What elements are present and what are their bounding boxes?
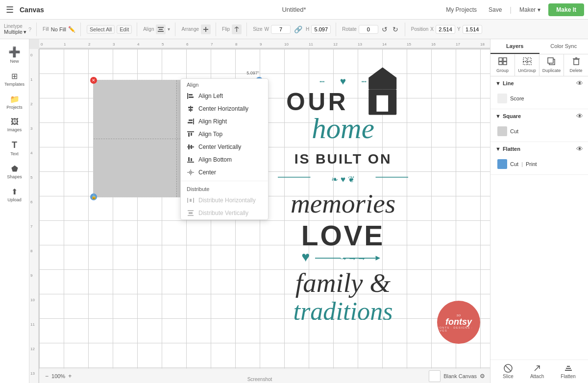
zoom-out-button[interactable]: − [44, 372, 49, 381]
svg-rect-4 [205, 27, 206, 32]
svg-rect-88 [188, 210, 194, 211]
sidebar-item-upload[interactable]: ⬆ Upload [2, 184, 27, 205]
delete-action[interactable]: Delete [564, 54, 588, 76]
svg-rect-106 [565, 370, 572, 371]
canvas-area[interactable]: 0 1 2 3 4 5 6 7 8 9 10 11 12 13 14 15 16 [29, 39, 490, 383]
maker-button[interactable]: Maker ▾ [515, 4, 544, 15]
fill-select[interactable]: No Fill [51, 26, 66, 32]
right-panel-actions: Group UnGroup Duplicate Delete [490, 54, 588, 76]
zoom-in-button[interactable]: + [67, 372, 73, 381]
rotate-cw-button[interactable]: ↻ [391, 24, 400, 35]
linetype-select[interactable]: Multiple ▾ [4, 29, 26, 35]
sidebar-item-projects[interactable]: 📁 Projects [2, 92, 27, 113]
svg-text:9: 9 [30, 273, 33, 278]
center-vertically-item[interactable]: Center Vertically [181, 141, 268, 153]
flatten-section-header[interactable]: ▼ Flatten 👁 [490, 142, 588, 156]
align-bottom-item[interactable]: Align Bottom [181, 153, 268, 166]
sidebar-item-new[interactable]: ➕ New [2, 43, 27, 67]
save-button[interactable]: Save [485, 4, 506, 15]
svg-text:❧ ♥ ❦: ❧ ♥ ❦ [331, 175, 355, 184]
flatten-layer-item[interactable]: Cut | Print [495, 158, 583, 170]
svg-marker-47 [368, 68, 396, 90]
svg-text:2: 2 [88, 42, 91, 47]
rotate-input[interactable] [359, 25, 378, 34]
align-top-item[interactable]: Align Top [181, 128, 268, 141]
svg-rect-68 [188, 107, 193, 108]
height-input[interactable] [311, 25, 331, 34]
sidebar-item-images[interactable]: 🖼 Images [2, 115, 27, 135]
svg-rect-65 [189, 94, 193, 96]
slice-button[interactable]: Slice [503, 364, 514, 379]
sidebar-item-templates[interactable]: ⊞ Templates [2, 69, 27, 90]
arrange-icon[interactable] [201, 24, 211, 34]
svg-text:6: 6 [186, 42, 189, 47]
delete-label: Delete [569, 68, 582, 73]
zoom-level: 100% [51, 373, 65, 379]
flatten-layer-thumb [497, 159, 507, 169]
align-dropdown-menu: Align Align Left Center Horizontally Ali… [180, 78, 269, 220]
make-it-button[interactable]: Make It [548, 3, 584, 16]
tab-layers[interactable]: Layers [490, 39, 539, 54]
hamburger-menu[interactable]: ☰ [4, 2, 16, 17]
svg-rect-70 [193, 119, 194, 124]
cut-layer-item[interactable]: Cut [495, 125, 583, 138]
link-dimensions-button[interactable]: 🔗 [293, 24, 304, 35]
svg-text:♥: ♥ [302, 249, 310, 264]
align-chevron[interactable]: ▾ [168, 26, 170, 32]
attach-button[interactable]: Attach [530, 364, 544, 379]
line-section-header[interactable]: ▼ Line 👁 [490, 76, 588, 90]
align-label: Align [143, 26, 154, 32]
square-section-title: ▼ Square [495, 113, 521, 119]
flatten-visibility-icon[interactable]: 👁 [576, 145, 583, 153]
svg-text:memories: memories [291, 189, 395, 218]
svg-rect-100 [548, 58, 553, 63]
align-icon[interactable] [156, 24, 166, 34]
topbar-right-actions: My Projects Save | Maker ▾ Make It [442, 3, 584, 16]
document-title: Untitled* [282, 6, 306, 13]
sidebar-item-shapes[interactable]: ⬟ Shapes [2, 161, 27, 182]
svg-text:17: 17 [456, 42, 460, 47]
center-icon [187, 168, 195, 176]
rotate-ccw-button[interactable]: ↺ [380, 24, 389, 35]
score-layer-item[interactable]: Score [495, 92, 583, 105]
group-label: Group [496, 68, 509, 73]
tab-color-sync[interactable]: Color Sync [539, 39, 588, 54]
pos-y-input[interactable] [463, 25, 482, 34]
square-section-header[interactable]: ▼ Square 👁 [490, 109, 588, 123]
ungroup-label: UnGroup [518, 68, 536, 73]
sidebar-item-text[interactable]: T Text [2, 137, 27, 159]
flatten-button[interactable]: Flatten [561, 364, 576, 379]
ruler-vertical: 0 1 2 3 4 5 6 7 8 9 10 11 12 13 14 [29, 49, 39, 383]
ungroup-action[interactable]: UnGroup [515, 54, 539, 76]
center-item[interactable]: Center [181, 166, 268, 179]
right-panel: Layers Color Sync Group UnGroup Duplic [490, 39, 588, 383]
duplicate-action[interactable]: Duplicate [539, 54, 564, 76]
align-right-item[interactable]: Align Right [181, 115, 268, 128]
svg-rect-90 [189, 212, 193, 214]
group-action[interactable]: Group [490, 54, 515, 76]
selection-lock-handle[interactable]: 🔒 [90, 193, 97, 200]
center-horizontally-item[interactable]: Center Horizontally [181, 102, 268, 115]
svg-text:7: 7 [211, 42, 213, 47]
edit-button[interactable]: Edit [117, 25, 132, 34]
width-input[interactable] [271, 25, 291, 34]
flatten-section: ▼ Flatten 👁 Cut | Print [490, 142, 588, 175]
fill-edit-icon[interactable]: ✏️ [68, 26, 75, 33]
line-visibility-icon[interactable]: 👁 [576, 79, 583, 87]
flip-icon[interactable] [232, 24, 242, 34]
svg-text:12: 12 [333, 42, 338, 47]
selection-close-handle[interactable]: ✕ [90, 77, 97, 84]
svg-rect-78 [191, 145, 192, 149]
line-section: ▼ Line 👁 Score [490, 76, 588, 109]
pos-x-input[interactable] [436, 25, 455, 34]
canvas-settings-icon[interactable]: ⚙ [480, 373, 485, 380]
select-all-button[interactable]: Select All [87, 25, 115, 34]
sidebar-projects-label: Projects [6, 105, 23, 110]
align-left-item[interactable]: Align Left [181, 90, 268, 102]
square-visibility-icon[interactable]: 👁 [576, 112, 583, 120]
canvas-thumbnail [429, 370, 441, 382]
svg-text:12: 12 [30, 347, 35, 351]
align-bottom-icon [187, 156, 195, 164]
my-projects-button[interactable]: My Projects [442, 4, 481, 15]
help-icon[interactable]: ? [28, 26, 31, 32]
